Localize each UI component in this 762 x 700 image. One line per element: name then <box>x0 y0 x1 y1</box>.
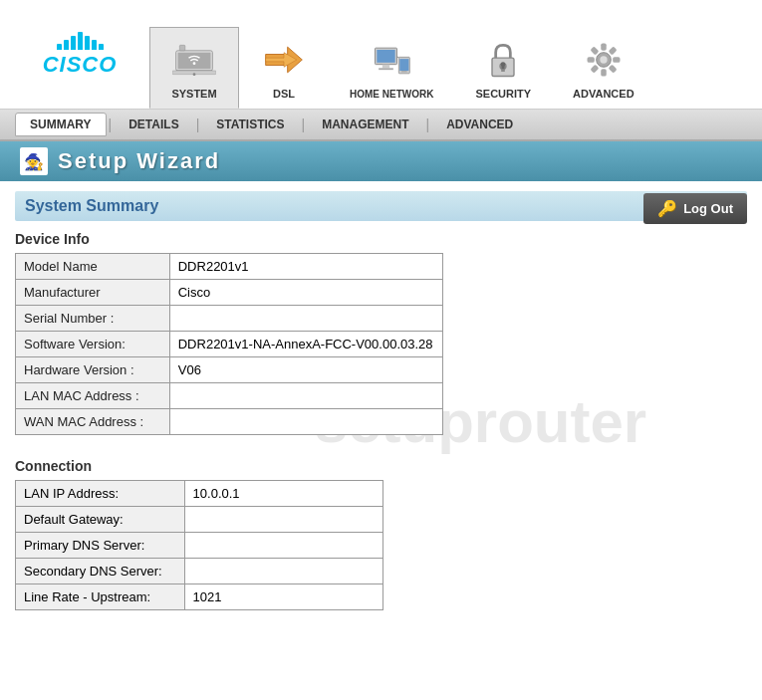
connection-title: Connection <box>15 458 747 474</box>
row-value <box>169 383 442 409</box>
row-label: Manufacturer <box>16 280 170 306</box>
nav-item-dsl[interactable]: DSL <box>239 27 329 109</box>
nav-item-security-label: SECURITY <box>475 88 531 100</box>
row-label: Primary DNS Server: <box>16 533 185 559</box>
top-navigation: CISCO SYSTEM <box>0 0 762 110</box>
row-label: WAN MAC Address : <box>16 409 170 435</box>
svg-rect-10 <box>378 50 395 63</box>
svg-rect-30 <box>587 57 594 63</box>
table-row: Secondary DNS Server: <box>16 559 383 584</box>
home-network-icon <box>368 37 415 85</box>
svg-rect-31 <box>590 46 599 55</box>
svg-rect-1 <box>178 53 211 69</box>
table-row: ManufacturerCisco <box>16 280 443 306</box>
table-row: Serial Number : <box>16 306 443 332</box>
svg-rect-14 <box>399 59 408 71</box>
bar7 <box>99 44 104 50</box>
svg-rect-27 <box>608 65 617 74</box>
divider1: | <box>109 117 113 132</box>
row-value <box>169 306 442 332</box>
sub-nav-details[interactable]: DETAILS <box>114 113 193 136</box>
svg-rect-12 <box>379 68 393 70</box>
wizard-text: Setup Wizard <box>58 148 220 174</box>
device-info-title: Device Info <box>15 231 747 247</box>
page-title: System Summary <box>15 191 747 221</box>
sub-nav-statistics[interactable]: STATISTICS <box>201 113 299 136</box>
sub-nav-summary[interactable]: SUMMARY <box>15 113 107 136</box>
row-label: Default Gateway: <box>16 507 185 533</box>
table-row: Software Version:DDR2201v1-NA-AnnexA-FCC… <box>16 332 443 357</box>
table-row: WAN MAC Address : <box>16 409 443 435</box>
nav-item-system[interactable]: SYSTEM <box>149 27 239 109</box>
svg-rect-24 <box>601 44 607 51</box>
nav-item-security[interactable]: SECURITY <box>454 27 552 109</box>
row-label: Line Rate - Upstream: <box>16 584 185 610</box>
svg-rect-28 <box>601 69 607 76</box>
logout-label: Log Out <box>683 201 733 216</box>
bar2 <box>64 40 69 50</box>
nav-item-home-label: HOME NETWORK <box>350 89 433 100</box>
nav-items: SYSTEM DSL <box>149 27 752 109</box>
nav-item-advanced-label: ADVANCED <box>573 88 635 100</box>
bar3 <box>71 36 76 50</box>
row-value <box>184 507 382 533</box>
svg-rect-2 <box>179 45 185 51</box>
table-row: LAN MAC Address : <box>16 383 443 409</box>
nav-item-home-network[interactable]: HOME NETWORK <box>329 28 454 109</box>
svg-point-23 <box>600 56 607 63</box>
divider3: | <box>302 117 306 132</box>
security-icon <box>479 36 527 84</box>
svg-rect-21 <box>502 65 505 70</box>
row-label: Secondary DNS Server: <box>16 559 185 584</box>
cisco-wordmark: CISCO <box>43 52 118 78</box>
table-row: LAN IP Address:10.0.0.1 <box>16 481 383 507</box>
divider4: | <box>426 117 430 132</box>
nav-item-advanced[interactable]: ADVANCED <box>552 27 655 109</box>
row-label: Serial Number : <box>16 306 170 332</box>
table-row: Hardware Version :V06 <box>16 357 443 383</box>
bar4 <box>78 32 83 50</box>
bar6 <box>92 40 97 50</box>
svg-rect-15 <box>401 71 407 72</box>
row-value <box>184 533 382 559</box>
device-info-table: Model NameDDR2201v1ManufacturerCiscoSeri… <box>15 253 443 435</box>
svg-point-6 <box>193 62 196 65</box>
row-value <box>169 409 442 435</box>
row-value: DDR2201v1-NA-AnnexA-FCC-V00.00.03.28 <box>169 332 442 357</box>
table-row: Line Rate - Upstream:1021 <box>16 584 383 610</box>
row-label: LAN MAC Address : <box>16 383 170 409</box>
row-label: Hardware Version : <box>16 357 170 383</box>
logout-icon: 🔑 <box>657 199 677 218</box>
table-row: Default Gateway: <box>16 507 383 533</box>
wizard-icon: 🧙 <box>20 147 48 175</box>
row-label: Model Name <box>16 254 170 280</box>
svg-rect-26 <box>613 57 620 63</box>
row-value: DDR2201v1 <box>169 254 442 280</box>
nav-item-dsl-label: DSL <box>273 88 295 100</box>
bar5 <box>85 36 90 50</box>
row-value <box>184 559 382 584</box>
divider2: | <box>196 117 200 132</box>
table-row: Model NameDDR2201v1 <box>16 254 443 280</box>
logout-button[interactable]: 🔑 Log Out <box>643 193 747 224</box>
main-content: setuprouter System Summary 🔑 Log Out Dev… <box>0 181 762 620</box>
wizard-banner[interactable]: 🧙 Setup Wizard <box>0 141 762 181</box>
row-label: LAN IP Address: <box>16 481 185 507</box>
sub-navigation: SUMMARY | DETAILS | STATISTICS | MANAGEM… <box>0 110 762 141</box>
nav-item-system-label: SYSTEM <box>171 88 216 100</box>
bar1 <box>57 44 62 50</box>
row-value: 1021 <box>184 584 382 610</box>
cisco-logo: CISCO <box>43 32 118 78</box>
row-value: 10.0.0.1 <box>184 481 382 507</box>
svg-rect-11 <box>382 65 389 69</box>
dsl-icon <box>260 36 308 84</box>
sub-nav-advanced[interactable]: ADVANCED <box>431 113 528 136</box>
table-row: Primary DNS Server: <box>16 533 383 559</box>
cisco-bars <box>57 32 104 50</box>
svg-point-5 <box>193 73 196 76</box>
connection-table: LAN IP Address:10.0.0.1Default Gateway:P… <box>15 480 383 610</box>
row-value: V06 <box>169 357 442 383</box>
advanced-icon <box>580 36 628 84</box>
sub-nav-management[interactable]: MANAGEMENT <box>307 113 423 136</box>
logo-area: CISCO <box>10 0 149 109</box>
